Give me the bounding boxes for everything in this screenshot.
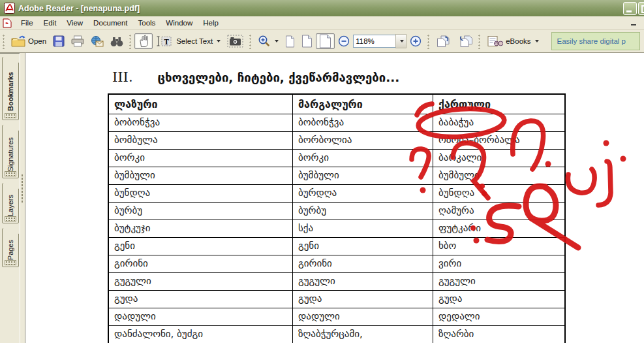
fit-width-button[interactable] (316, 33, 335, 49)
zoom-level-combo (353, 35, 406, 48)
column-header-georgian: ქართული (433, 95, 564, 114)
table-cell: ფუტკარი (433, 220, 564, 237)
fit-page-button[interactable] (298, 33, 316, 49)
select-text-dropdown-arrow[interactable] (217, 40, 221, 42)
menu-document[interactable]: Document (88, 18, 132, 28)
restore-button[interactable] (638, 2, 644, 15)
table-cell: ბარკალი (433, 150, 564, 167)
menu-view[interactable]: View (61, 18, 88, 28)
menu-help[interactable]: Help (198, 18, 224, 28)
table-cell: დადული (293, 308, 433, 325)
select-text-icon: T (156, 35, 174, 47)
menu-window[interactable]: Window (161, 18, 198, 28)
email-button[interactable] (87, 33, 107, 49)
column-header-megrelian: მარგალური (293, 95, 433, 114)
table-cell: ბომბულა (109, 132, 293, 149)
actual-size-button[interactable] (282, 33, 298, 49)
zoom-in-icon (410, 35, 422, 47)
hand-tool-icon (138, 35, 149, 48)
zoom-level-input[interactable] (353, 35, 396, 48)
table-cell: ხბო (433, 238, 564, 255)
table-cell: დანძალონი, ბუძგი (109, 326, 293, 343)
table-cell: ბურბუ (293, 203, 433, 220)
table-cell: გუდა (433, 291, 564, 308)
snapshot-tool-button[interactable] (224, 33, 247, 49)
toolbar-grip[interactable] (2, 33, 5, 49)
zoom-tool-dropdown-arrow[interactable] (275, 40, 279, 42)
table-cell: ბორკი (109, 150, 293, 167)
tab-layers[interactable]: Layers (2, 183, 19, 223)
menu-bar: File Edit View Document Tools Window Hel… (0, 16, 644, 30)
toolbar-grip[interactable] (249, 33, 252, 49)
save-button[interactable] (50, 33, 68, 49)
menu-edit[interactable]: Edit (38, 18, 62, 28)
table-cell: ვირი (433, 255, 564, 272)
ebook-promo-text: Easily share digital p (557, 37, 626, 45)
ebooks-button[interactable]: eBooks (483, 33, 542, 49)
table-row: დანძალონი, ბუძგიზღაბჭურცამი, ზღაბიფურცამ… (109, 326, 564, 343)
u-shape-right-stroke (598, 161, 611, 205)
toolbar-grip[interactable] (129, 33, 132, 49)
table-cell: ზღარბი (433, 326, 564, 343)
table-row: გენიგენიხბო (109, 238, 564, 255)
menu-tools[interactable]: Tools (133, 18, 161, 28)
table-cell: გირინი (293, 255, 433, 272)
menu-file[interactable]: File (16, 18, 38, 28)
zoom-out-button[interactable] (335, 33, 353, 49)
table-cell: ბორბოლია (293, 132, 433, 149)
hand-tool-button[interactable] (134, 33, 153, 49)
open-button[interactable]: Open (8, 33, 50, 49)
toolbar-grip[interactable] (427, 33, 430, 49)
toolbar: Open T Select Text (0, 30, 644, 53)
table-row: ბუმბულიბუმბულიბუმბული (109, 167, 564, 185)
document-minimize-button[interactable] (630, 19, 639, 27)
print-button[interactable] (68, 33, 87, 49)
table-row: ბომბულაბორბოლიაობობა–ბორბალა (109, 132, 564, 150)
splitter-grip[interactable] (21, 174, 23, 203)
table-cell: გუგული (109, 273, 293, 290)
table-cell: ბუმბული (293, 167, 433, 184)
table-cell: ბუნდღა (109, 185, 293, 202)
table-cell: დედალი (433, 308, 564, 325)
fit-page-icon (301, 35, 313, 48)
table-body: ბობონჭვაბობონჭვაბაბაჭუაბომბულაბორბოლიაობ… (109, 114, 564, 343)
toolbar-grip[interactable] (478, 33, 481, 49)
table-cell: ბურდღა (293, 185, 433, 202)
table-cell: ზღაბჭურცამი, ზღაბიფურცამი. (293, 326, 433, 343)
tab-bookmarks[interactable]: Bookmarks (2, 57, 19, 120)
tab-signatures[interactable]: Signatures (2, 125, 19, 178)
ebooks-dropdown-arrow[interactable] (535, 40, 539, 42)
table-cell: ღამურა (433, 203, 564, 220)
zoom-level-dropdown[interactable] (395, 34, 406, 48)
minimize-button[interactable] (623, 2, 637, 15)
tab-pages[interactable]: Pages (2, 228, 19, 267)
section-title: ცხოველები, ჩიტები, ქვეწარმავლები... (158, 71, 400, 84)
table-cell: ბუმბული (109, 167, 293, 184)
previous-view-icon (436, 35, 451, 48)
table-cell: გუდა (109, 291, 293, 308)
zoom-out-icon (338, 35, 350, 47)
table-cell: ბორკი (293, 150, 433, 167)
snapshot-camera-icon (227, 35, 243, 48)
tab-grip (5, 113, 16, 118)
next-view-icon (457, 35, 472, 48)
navigation-pane-tabs: Bookmarks Signatures Layers Pages (0, 53, 20, 343)
search-button[interactable] (107, 33, 127, 49)
table-cell: გენი (109, 238, 293, 255)
zoom-in-button[interactable] (406, 33, 425, 49)
next-view-button[interactable] (454, 33, 476, 49)
table-cell: ობობა–ბორბალა (433, 132, 564, 149)
ebooks-icon (487, 35, 503, 48)
ebook-promo-banner[interactable]: Easily share digital p (551, 32, 640, 50)
section-numeral: III. (112, 69, 133, 85)
table-row: ბურბუბურბუღამურა (109, 203, 564, 220)
sidebar-splitter[interactable] (20, 53, 25, 343)
table-cell: ბურბუ (109, 203, 293, 220)
previous-view-button[interactable] (433, 33, 454, 49)
table-row: გუგულიგუგულიგუგული (109, 273, 564, 291)
zoom-tool-button[interactable] (254, 33, 282, 49)
fit-width-page-icon (319, 34, 331, 48)
table-cell: დადული (109, 308, 293, 325)
svg-text:T: T (164, 38, 169, 46)
select-text-button[interactable]: T Select Text (153, 33, 224, 49)
